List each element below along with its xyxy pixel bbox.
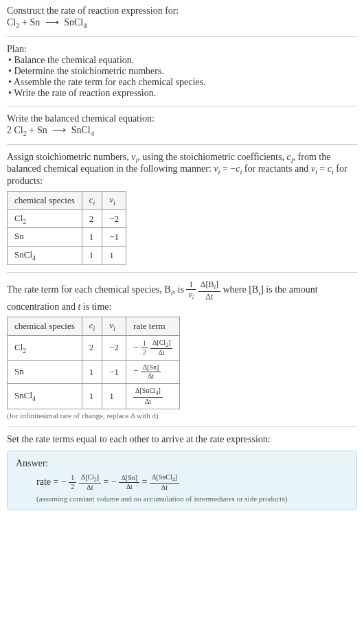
col-rate: rate term	[126, 317, 180, 335]
plan-item: • Write the rate of reaction expression.	[8, 88, 357, 99]
fraction-delta: Δ[SnCl4]Δt	[133, 387, 163, 406]
delta-t: Δt	[205, 292, 213, 302]
close-bracket: ]	[175, 473, 177, 481]
ci-sub: i	[93, 199, 95, 207]
reactant-2: Sn	[30, 17, 40, 27]
cell-rate: − 12 Δ[Cl2]Δt	[126, 335, 180, 361]
col-ci: ci	[82, 317, 102, 335]
coef-1: 2	[7, 125, 14, 135]
table-header-row: chemical species ci νi rate term	[8, 317, 180, 335]
cell-ci: 2	[82, 335, 102, 361]
cell-nui: −2	[102, 209, 126, 228]
frac-num: Δ[Bi]	[198, 280, 220, 292]
cell-ci: 1	[82, 228, 102, 247]
nui-sub: i	[113, 325, 115, 332]
col-ci: ci	[82, 192, 102, 210]
arrow-icon: ⟶	[45, 16, 59, 28]
cell-species: Cl2	[8, 209, 82, 228]
table-row: Cl2 2 −2 − 12 Δ[Cl2]Δt	[8, 335, 180, 361]
close-bracket: ]	[159, 387, 161, 394]
reactant-1: Cl	[14, 125, 23, 135]
species-name: Sn	[14, 231, 24, 241]
text-fragment: , is	[173, 284, 187, 295]
cell-nui: −1	[102, 361, 126, 384]
table-caption: (for infinitesimal rate of change, repla…	[7, 411, 357, 420]
fraction-delta: Δ[Cl2]Δt	[150, 339, 172, 358]
frac-den: Δt	[150, 484, 179, 492]
frac-num: 1	[186, 280, 196, 290]
equals-sign: =	[142, 477, 150, 487]
balanced-equation: 2 Cl2 + Sn ⟶ SnCl4	[7, 124, 357, 137]
cell-species: Sn	[8, 228, 82, 247]
plan-item: • Determine the stoichiometric numbers.	[8, 66, 357, 77]
fraction-delta: Δ[Sn]Δt	[119, 474, 139, 491]
species-sub: 4	[32, 254, 36, 262]
cell-ci: 1	[82, 246, 102, 264]
cell-ci: 2	[82, 209, 102, 228]
cell-nui: −2	[102, 335, 126, 361]
fraction-delta: Δ[SnCl4]Δt	[150, 473, 179, 492]
frac-num: Δ[SnCl4]	[133, 387, 163, 398]
product-1: SnCl	[71, 125, 91, 135]
text-fragment: for reactants and	[242, 163, 310, 174]
table-row: Sn 1 −1 − Δ[Sn]Δt	[8, 361, 180, 384]
cell-ci: 1	[82, 384, 102, 409]
species-sub: 2	[23, 217, 26, 225]
frac-num: Δ[Sn]	[119, 474, 139, 483]
cell-ci: 1	[82, 361, 102, 384]
fraction-coef: 1 νi	[186, 280, 196, 302]
reactant-2: Sn	[37, 125, 47, 135]
species-sub: 2	[23, 346, 26, 354]
plan-heading: Plan:	[7, 44, 357, 55]
rate-text: The rate term for each chemical species,…	[7, 280, 357, 312]
frac-den: 2	[69, 483, 76, 491]
problem-title: Construct the rate of reaction expressio…	[7, 5, 357, 16]
delta-conc: Δ[Cl	[152, 339, 166, 346]
eq-sign: = −	[220, 163, 236, 174]
balanced-heading: Write the balanced chemical equation:	[7, 113, 357, 124]
frac-den: 2	[141, 348, 148, 356]
eq-sign: =	[317, 163, 328, 174]
fraction-delta: Δ[Sn]Δt	[141, 363, 161, 380]
plan-section: Plan: • Balance the chemical equation. •…	[7, 44, 357, 99]
text-fragment: The rate term for each chemical species,…	[7, 284, 171, 295]
ci-sub: i	[93, 325, 95, 332]
unbalanced-equation: Cl2 + Sn ⟶ SnCl4	[7, 16, 357, 30]
divider	[7, 144, 357, 145]
cell-nui: −1	[102, 228, 126, 247]
plus-sign: +	[27, 125, 37, 135]
plan-item: • Balance the chemical equation.	[8, 55, 357, 66]
cell-species: SnCl4	[8, 384, 82, 409]
stoich-section: Assign stoichiometric numbers, νi, using…	[7, 152, 357, 265]
species-name: Cl	[14, 342, 23, 352]
table-row: Sn 1 −1	[8, 228, 126, 247]
balanced-section: Write the balanced chemical equation: 2 …	[7, 113, 357, 137]
rate-expression: rate = − 12 Δ[Cl2]Δt = − Δ[Sn]Δt = Δ[SnC…	[16, 473, 348, 492]
cell-rate: − Δ[Sn]Δt	[126, 361, 180, 384]
frac-num: Δ[Cl2]	[150, 339, 172, 350]
final-section: Set the rate terms equal to each other t…	[7, 434, 357, 511]
text-fragment: where [B	[223, 284, 259, 295]
col-species: chemical species	[8, 317, 82, 335]
nu-sub: i	[192, 294, 194, 301]
cell-species: Cl2	[8, 335, 82, 361]
nui-sub: i	[113, 199, 115, 207]
stoich-text: Assign stoichiometric numbers, νi, using…	[7, 152, 357, 188]
rate-word: rate =	[36, 477, 61, 487]
cell-species: SnCl4	[8, 246, 82, 264]
problem-statement: Construct the rate of reaction expressio…	[7, 5, 357, 30]
arrow-icon: ⟶	[52, 124, 66, 136]
text-fragment: Assign stoichiometric numbers,	[7, 152, 131, 162]
cell-species: Sn	[8, 361, 82, 384]
divider	[7, 427, 357, 427]
frac-num: Δ[SnCl4]	[150, 473, 179, 484]
plus-sign: +	[19, 17, 30, 27]
delta-conc: Δ[Cl	[81, 473, 94, 481]
frac-num: Δ[Sn]	[141, 363, 161, 372]
fraction-coef: 12	[141, 339, 148, 356]
species-name: SnCl	[14, 390, 32, 400]
species-name: SnCl	[14, 249, 32, 260]
frac-den: Δt	[119, 483, 139, 491]
divider	[7, 106, 357, 106]
answer-assumption: (assuming constant volume and no accumul…	[16, 495, 348, 503]
